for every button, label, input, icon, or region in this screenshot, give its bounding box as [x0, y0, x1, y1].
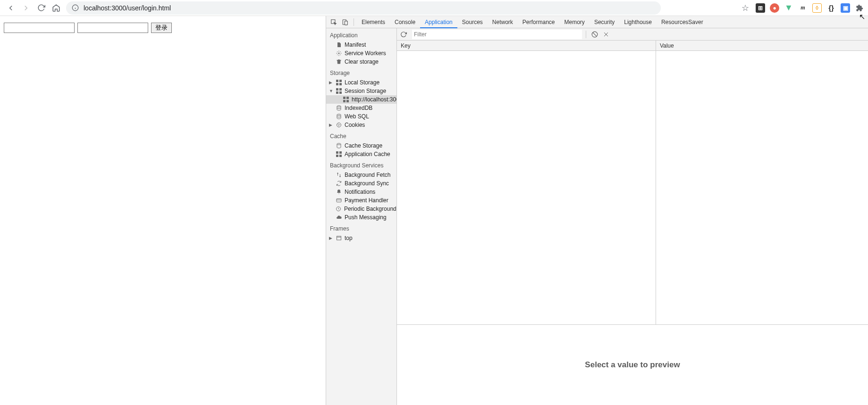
storage-table: Key Value — [397, 41, 868, 325]
device-toolbar-icon[interactable] — [339, 17, 351, 28]
tree-item-session-storage[interactable]: ▼ Session Storage — [326, 87, 396, 95]
tree-item-payment-handler[interactable]: Payment Handler — [326, 196, 396, 205]
tree-item-notifications[interactable]: Notifications — [326, 188, 396, 196]
url-text: localhost:3000/user/login.html — [84, 4, 171, 12]
tree-item-session-host[interactable]: http://localhost:3000 — [326, 95, 396, 104]
tree-item-service-workers[interactable]: Service Workers — [326, 49, 396, 58]
tree-item-top-frame[interactable]: ▶ top — [326, 234, 396, 242]
tab-separator — [354, 18, 354, 26]
tree-item-bg-sync[interactable]: Background Sync — [326, 179, 396, 188]
card-icon — [336, 198, 342, 204]
table-header-row: Key Value — [397, 41, 868, 51]
clear-all-icon[interactable] — [590, 30, 599, 39]
tree-item-local-storage[interactable]: ▶ Local Storage — [326, 78, 396, 87]
tree-item-periodic-sync[interactable]: Periodic Background Syn — [326, 205, 396, 213]
extension-icon-1[interactable]: ⊞ — [756, 3, 765, 13]
section-cache: Cache — [326, 129, 396, 141]
extension-icon-braces[interactable]: {} — [826, 3, 836, 13]
trash-icon — [336, 59, 342, 65]
grid-icon — [336, 151, 342, 157]
tab-lighthouse[interactable]: Lighthouse — [619, 16, 657, 28]
tree-item-bg-fetch[interactable]: Background Fetch — [326, 171, 396, 179]
svg-point-21 — [337, 123, 341, 127]
refresh-icon[interactable] — [399, 30, 408, 39]
svg-point-20 — [337, 114, 341, 116]
filter-input[interactable] — [412, 30, 582, 39]
tab-console[interactable]: Console — [390, 16, 420, 28]
back-icon[interactable] — [7, 4, 15, 12]
home-icon[interactable] — [52, 4, 60, 12]
tree-item-clear-storage[interactable]: Clear storage — [326, 58, 396, 66]
application-sidebar: Application Manifest Service Workers Cle… — [326, 28, 397, 405]
gear-icon — [336, 50, 342, 57]
tab-network[interactable]: Network — [488, 16, 518, 28]
arrow-right-icon: ▶ — [329, 80, 332, 85]
cloud-icon — [336, 215, 342, 221]
tab-memory[interactable]: Memory — [560, 16, 590, 28]
svg-rect-10 — [339, 83, 342, 85]
arrow-down-icon: ▼ — [329, 89, 333, 93]
tree-item-cookies[interactable]: ▶ Cookies — [326, 121, 396, 129]
clock-icon — [336, 206, 341, 212]
svg-point-6 — [338, 53, 339, 54]
delete-selected-icon[interactable] — [601, 30, 611, 39]
tab-performance[interactable]: Performance — [518, 16, 560, 28]
svg-rect-26 — [336, 151, 338, 154]
separator — [586, 31, 586, 38]
svg-point-22 — [338, 124, 338, 124]
inspect-element-icon[interactable] — [328, 17, 339, 28]
tab-security[interactable]: Security — [590, 16, 619, 28]
login-button[interactable]: 登录 — [151, 23, 172, 33]
extension-icon-4[interactable]: ▣ — [841, 3, 850, 13]
tab-elements[interactable]: Elements — [357, 16, 390, 28]
svg-rect-17 — [343, 100, 346, 102]
svg-rect-29 — [339, 155, 342, 157]
svg-rect-16 — [346, 97, 349, 99]
toolbar-right-icons: ☆ ⊞ ● ▼ m ◊ {} ▣ — [742, 3, 864, 13]
tree-item-push-messaging[interactable]: Push Messaging — [326, 213, 396, 222]
grid-icon — [343, 97, 349, 103]
extension-vue-icon[interactable]: ▼ — [784, 3, 793, 13]
svg-rect-14 — [339, 91, 342, 94]
extension-icon-3[interactable]: ◊ — [812, 3, 822, 13]
section-background-services: Background Services — [326, 158, 396, 171]
tree-item-websql[interactable]: Web SQL — [326, 112, 396, 121]
tab-resourcessaver[interactable]: ResourcesSaver — [657, 16, 708, 28]
transfer-icon — [336, 172, 342, 178]
arrow-right-icon: ▶ — [329, 123, 332, 127]
forward-icon[interactable] — [22, 4, 30, 12]
svg-rect-8 — [339, 80, 342, 82]
svg-point-25 — [337, 143, 341, 145]
tab-application[interactable]: Application — [420, 16, 457, 28]
page-body: 登录 — [0, 16, 326, 405]
svg-rect-30 — [337, 199, 341, 202]
tree-item-manifest[interactable]: Manifest — [326, 41, 396, 49]
column-header-value[interactable]: Value — [656, 41, 868, 50]
svg-rect-15 — [343, 97, 346, 99]
extension-icon-m[interactable]: m — [798, 3, 808, 13]
address-bar[interactable]: localhost:3000/user/login.html — [66, 1, 661, 15]
tree-item-indexeddb[interactable]: IndexedDB — [326, 104, 396, 112]
login-input-1[interactable] — [4, 23, 75, 33]
tab-sources[interactable]: Sources — [457, 16, 488, 28]
database-icon — [336, 114, 342, 120]
reload-icon[interactable] — [37, 4, 45, 12]
tree-item-cache-storage[interactable]: Cache Storage — [326, 141, 396, 150]
grid-icon — [336, 88, 342, 94]
svg-point-23 — [339, 124, 340, 125]
column-header-key[interactable]: Key — [397, 41, 656, 50]
login-input-2[interactable] — [77, 23, 148, 33]
svg-rect-27 — [339, 151, 342, 154]
svg-line-36 — [593, 32, 597, 36]
preview-placeholder-text: Select a value to preview — [585, 360, 680, 370]
extension-icon-2[interactable]: ● — [770, 3, 779, 13]
bookmark-star-icon[interactable]: ☆ — [742, 3, 749, 13]
table-body[interactable] — [397, 51, 868, 324]
preview-pane: Select a value to preview — [397, 325, 868, 405]
svg-rect-13 — [336, 91, 338, 94]
site-info-icon[interactable] — [72, 4, 79, 11]
tree-item-application-cache[interactable]: Application Cache — [326, 150, 396, 158]
svg-rect-12 — [339, 88, 342, 91]
database-icon — [336, 143, 342, 149]
extensions-puzzle-icon[interactable] — [855, 3, 864, 13]
